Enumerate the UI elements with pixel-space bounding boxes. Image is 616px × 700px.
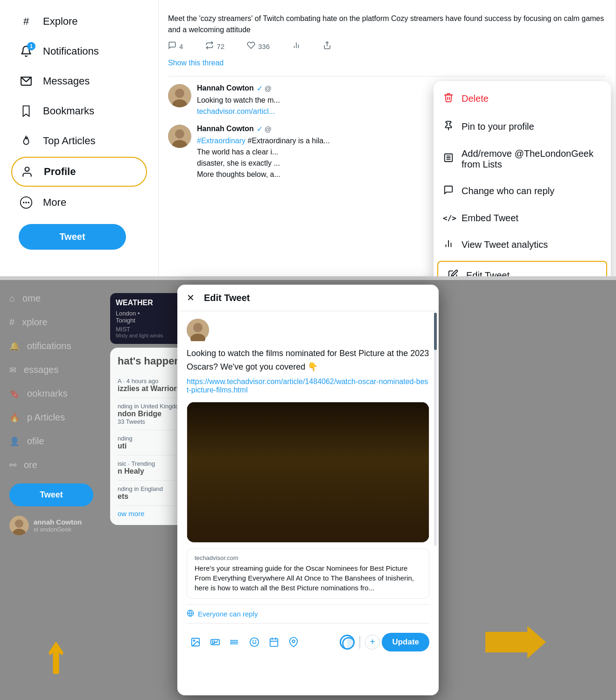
svg-point-12: [175, 89, 184, 98]
source-domain: techadvisor.com: [195, 554, 421, 561]
hannah-tweet-1: Hannah Cowton ✓ @ Looking to watch the m…: [168, 77, 606, 117]
main-content-top: Meet the 'cozy streamers' of Twitch comb…: [159, 0, 616, 276]
svg-point-3: [23, 202, 25, 203]
svg-rect-36: [345, 407, 383, 426]
svg-point-24: [175, 129, 184, 139]
share-action[interactable]: [323, 41, 331, 53]
top-tweet-text: Meet the 'cozy streamers' of Twitch comb…: [168, 13, 606, 35]
more-icon: [19, 195, 34, 210]
svg-rect-34: [215, 407, 252, 426]
modal-tweet-link[interactable]: https://www.techadvisor.com/article/1484…: [187, 378, 429, 394]
person-icon: [20, 164, 35, 179]
svg-rect-37: [187, 504, 429, 542]
modal-reply-row: Everyone can reply: [187, 604, 429, 623]
add-gif-button[interactable]: [206, 633, 224, 651]
tweet-author-handle: @: [265, 84, 272, 92]
hannah-avatar-1: [168, 84, 191, 107]
add-poll-button[interactable]: [226, 633, 244, 651]
delete-icon: [443, 92, 454, 105]
add-thread-button[interactable]: +: [365, 635, 380, 650]
tweet-button[interactable]: Tweet: [19, 224, 126, 250]
list-icon: [443, 153, 454, 166]
sidebar-item-messages[interactable]: Messages: [11, 67, 147, 95]
sidebar-item-bookmarks[interactable]: Bookmarks: [11, 97, 147, 125]
svg-marker-66: [485, 626, 546, 658]
context-menu-pin[interactable]: Pin to your profile: [434, 113, 611, 141]
svg-point-30: [193, 323, 203, 332]
modal-image-container: ✕: [187, 402, 429, 543]
movie-image: [187, 402, 429, 542]
analytics-action[interactable]: [292, 41, 301, 53]
globe-icon: [187, 609, 194, 618]
verified-icon: ✓: [257, 84, 263, 93]
context-menu-edit-tweet[interactable]: Edit Tweet: [437, 261, 607, 277]
svg-marker-6: [49, 641, 63, 674]
hannah-avatar-2: [168, 125, 191, 148]
context-menu: Delete Pin to your profile: [434, 81, 611, 277]
context-menu-embed[interactable]: </> Embed Tweet: [434, 205, 611, 231]
retweet-action[interactable]: 72: [205, 41, 224, 53]
sidebar-item-profile[interactable]: Profile: [11, 157, 147, 187]
sidebar-item-explore[interactable]: # Explore: [11, 7, 147, 35]
hash-icon: #: [19, 14, 34, 29]
modal-close-button[interactable]: ✕: [187, 292, 195, 303]
modal-author-avatar: [187, 319, 209, 341]
add-location-button[interactable]: [285, 633, 302, 651]
flame-icon: [19, 133, 34, 148]
tweet-link-partial: techadvisor.com/articl...: [197, 107, 275, 115]
sidebar-item-notifications[interactable]: 1 Notifications: [11, 37, 147, 65]
add-image-button[interactable]: [187, 633, 204, 651]
svg-point-42: [261, 452, 273, 467]
context-menu-delete[interactable]: Delete: [434, 85, 611, 113]
tweet2-author-name: Hannah Cowton: [197, 125, 254, 133]
notifications-label: Notifications: [43, 45, 99, 57]
show-thread-link[interactable]: Show this thread: [168, 57, 606, 69]
schedule-button[interactable]: [265, 633, 283, 651]
svg-point-4: [25, 202, 27, 203]
analytics-icon: [443, 238, 454, 252]
svg-rect-32: [187, 402, 429, 542]
update-tweet-button[interactable]: Update: [382, 633, 429, 651]
modal-scrollbar[interactable]: [434, 313, 437, 546]
modal-tweet-text: Looking to watch the films nominated for…: [187, 347, 429, 374]
bar-chart-icon: [292, 41, 301, 53]
modal-toolbar: + Update: [187, 627, 429, 657]
context-menu-analytics[interactable]: View Tweet analytics: [434, 231, 611, 259]
verified-icon-2: ✓: [257, 125, 263, 133]
svg-point-5: [28, 202, 30, 203]
top-tweet: Meet the 'cozy streamers' of Twitch comb…: [168, 7, 606, 77]
modal-scrollbar-thumb[interactable]: [434, 313, 437, 350]
modal-title: Edit Tweet: [204, 293, 250, 303]
tweet-author-name: Hannah Cowton: [197, 84, 254, 92]
mail-icon: [19, 74, 34, 89]
svg-point-44: [243, 462, 262, 488]
sidebar-item-top-articles[interactable]: Top Articles: [11, 127, 147, 155]
modal-body: Looking to watch the films nominated for…: [177, 311, 439, 665]
context-menu-reply-settings[interactable]: Change who can reply: [434, 177, 611, 205]
arrow-bottom-annotation: [485, 623, 546, 663]
edit-icon: [448, 269, 459, 277]
sidebar-item-more[interactable]: More: [11, 189, 147, 217]
svg-rect-33: [187, 402, 429, 440]
pin-icon: [443, 120, 454, 133]
like-action[interactable]: 336: [247, 41, 270, 53]
reply-label: Everyone can reply: [198, 610, 258, 618]
share-icon: [323, 41, 331, 53]
svg-point-38: [294, 447, 322, 479]
arrow-up-annotation: [42, 638, 70, 678]
bell-icon: 1: [19, 44, 34, 59]
modal-author-row: [187, 319, 429, 341]
context-menu-lists[interactable]: Add/remove @TheLondonGeek from Lists: [434, 141, 611, 177]
svg-point-48: [193, 640, 195, 641]
bookmark-icon: [19, 104, 34, 119]
embed-icon: </>: [443, 214, 454, 223]
reply-action[interactable]: 4: [168, 41, 183, 53]
svg-point-63: [292, 640, 295, 643]
heart-icon: [247, 41, 255, 53]
profile-label: Profile: [44, 166, 76, 178]
tweet2-author-handle: @: [265, 125, 272, 133]
bottom-section: ⌂ ome # xplore 🔔 otifications ✉ essages …: [0, 280, 616, 700]
svg-point-56: [250, 637, 259, 646]
svg-rect-35: [280, 407, 317, 426]
add-emoji-button[interactable]: [245, 633, 263, 651]
